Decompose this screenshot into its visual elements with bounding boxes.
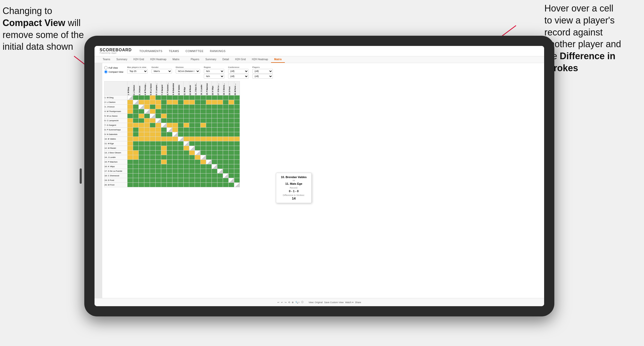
matrix-cell-9-17[interactable] bbox=[223, 137, 229, 141]
tab-h2h-heatmap-top[interactable]: H2H Heatmap bbox=[147, 56, 169, 63]
matrix-cell-14-15[interactable] bbox=[212, 160, 217, 164]
matrix-cell-7-1[interactable] bbox=[133, 128, 139, 132]
matrix-cell-8-14[interactable] bbox=[206, 132, 212, 137]
matrix-cell-2-17[interactable] bbox=[223, 105, 229, 109]
matrix-cell-8-6[interactable] bbox=[161, 132, 167, 137]
matrix-cell-12-2[interactable] bbox=[139, 151, 144, 155]
matrix-cell-7-9[interactable] bbox=[178, 128, 184, 132]
matrix-cell-13-16[interactable] bbox=[217, 155, 223, 160]
matrix-cell-18-15[interactable] bbox=[212, 178, 217, 183]
matrix-cell-2-2[interactable] bbox=[139, 105, 144, 109]
matrix-cell-18-7[interactable] bbox=[167, 178, 172, 183]
matrix-cell-4-8[interactable] bbox=[172, 114, 178, 118]
matrix-cell-11-8[interactable] bbox=[172, 146, 178, 151]
matrix-cell-3-8[interactable] bbox=[172, 109, 178, 114]
matrix-cell-10-16[interactable] bbox=[217, 141, 223, 146]
info-button[interactable]: ⓘ bbox=[301, 301, 303, 304]
compact-view-radio[interactable] bbox=[104, 70, 108, 73]
matrix-cell-6-14[interactable] bbox=[206, 123, 212, 128]
matrix-cell-17-16[interactable] bbox=[217, 174, 223, 178]
matrix-cell-13-3[interactable] bbox=[144, 155, 150, 160]
matrix-cell-6-18[interactable] bbox=[229, 123, 234, 128]
matrix-cell-3-9[interactable] bbox=[178, 109, 184, 114]
matrix-cell-18-1[interactable] bbox=[133, 178, 139, 183]
matrix-cell-1-7[interactable] bbox=[167, 100, 172, 105]
tab-summary-bottom[interactable]: Summary bbox=[202, 56, 219, 63]
matrix-cell-15-5[interactable] bbox=[156, 164, 161, 169]
matrix-cell-18-6[interactable] bbox=[161, 178, 167, 183]
matrix-cell-16-18[interactable] bbox=[229, 169, 234, 174]
matrix-cell-13-9[interactable] bbox=[178, 155, 184, 160]
matrix-cell-6-4[interactable] bbox=[150, 123, 156, 128]
matrix-cell-6-15[interactable] bbox=[212, 123, 217, 128]
matrix-cell-4-15[interactable] bbox=[212, 114, 217, 118]
matrix-cell-15-9[interactable] bbox=[178, 164, 184, 169]
matrix-cell-19-13[interactable] bbox=[201, 183, 206, 187]
matrix-cell-8-11[interactable] bbox=[189, 132, 195, 137]
matrix-cell-10-0[interactable] bbox=[127, 141, 133, 146]
matrix-cell-18-11[interactable] bbox=[189, 178, 195, 183]
matrix-cell-10-15[interactable] bbox=[212, 141, 217, 146]
matrix-cell-0-2[interactable] bbox=[139, 95, 144, 100]
matrix-cell-19-18[interactable] bbox=[229, 183, 234, 187]
matrix-cell-14-19[interactable] bbox=[234, 160, 240, 164]
matrix-cell-3-7[interactable] bbox=[167, 109, 172, 114]
matrix-cell-2-15[interactable] bbox=[212, 105, 217, 109]
matrix-cell-9-2[interactable] bbox=[139, 137, 144, 141]
matrix-cell-1-18[interactable] bbox=[229, 100, 234, 105]
matrix-cell-11-2[interactable] bbox=[139, 146, 144, 151]
matrix-cell-4-2[interactable] bbox=[139, 114, 144, 118]
matrix-cell-1-5[interactable] bbox=[156, 100, 161, 105]
matrix-cell-15-4[interactable] bbox=[150, 164, 156, 169]
matrix-cell-10-2[interactable] bbox=[139, 141, 144, 146]
matrix-cell-0-15[interactable] bbox=[212, 95, 217, 100]
matrix-cell-7-0[interactable] bbox=[127, 128, 133, 132]
matrix-cell-17-0[interactable] bbox=[127, 174, 133, 178]
matrix-cell-8-13[interactable] bbox=[201, 132, 206, 137]
matrix-cell-2-8[interactable] bbox=[172, 105, 178, 109]
matrix-cell-3-14[interactable] bbox=[206, 109, 212, 114]
max-players-select[interactable]: Top 25 bbox=[127, 69, 148, 73]
matrix-cell-12-1[interactable] bbox=[133, 151, 139, 155]
matrix-cell-10-5[interactable] bbox=[156, 141, 161, 146]
matrix-cell-2-18[interactable] bbox=[229, 105, 234, 109]
matrix-cell-14-1[interactable] bbox=[133, 160, 139, 164]
matrix-cell-5-11[interactable] bbox=[189, 118, 195, 123]
matrix-cell-1-17[interactable] bbox=[223, 100, 229, 105]
matrix-cell-3-13[interactable] bbox=[201, 109, 206, 114]
matrix-cell-18-13[interactable] bbox=[201, 178, 206, 183]
matrix-cell-1-1[interactable] bbox=[133, 100, 139, 105]
matrix-cell-11-6[interactable] bbox=[161, 146, 167, 151]
matrix-cell-5-9[interactable] bbox=[178, 118, 184, 123]
matrix-cell-3-0[interactable] bbox=[127, 109, 133, 114]
matrix-cell-5-12[interactable] bbox=[195, 118, 201, 123]
matrix-cell-2-9[interactable] bbox=[178, 105, 184, 109]
players-select-1[interactable]: (All) bbox=[252, 69, 273, 73]
matrix-cell-13-6[interactable] bbox=[161, 155, 167, 160]
matrix-cell-4-16[interactable] bbox=[217, 114, 223, 118]
matrix-cell-4-0[interactable] bbox=[127, 114, 133, 118]
matrix-cell-9-16[interactable] bbox=[217, 137, 223, 141]
matrix-cell-5-7[interactable] bbox=[167, 118, 172, 123]
matrix-cell-5-1[interactable] bbox=[133, 118, 139, 123]
matrix-cell-11-15[interactable] bbox=[212, 146, 217, 151]
matrix-cell-4-4[interactable] bbox=[150, 114, 156, 118]
matrix-cell-9-6[interactable] bbox=[161, 137, 167, 141]
matrix-cell-16-6[interactable] bbox=[161, 169, 167, 174]
matrix-cell-18-17[interactable] bbox=[223, 178, 229, 183]
matrix-cell-3-19[interactable] bbox=[234, 109, 240, 114]
matrix-cell-15-19[interactable] bbox=[234, 164, 240, 169]
matrix-cell-13-0[interactable] bbox=[127, 155, 133, 160]
matrix-cell-13-4[interactable] bbox=[150, 155, 156, 160]
matrix-cell-0-9[interactable] bbox=[178, 95, 184, 100]
matrix-cell-11-19[interactable] bbox=[234, 146, 240, 151]
matrix-cell-5-18[interactable] bbox=[229, 118, 234, 123]
matrix-cell-19-2[interactable] bbox=[139, 183, 144, 187]
players-select-2[interactable]: (All) bbox=[252, 74, 273, 79]
matrix-cell-11-14[interactable] bbox=[206, 146, 212, 151]
matrix-cell-13-7[interactable] bbox=[167, 155, 172, 160]
matrix-cell-6-5[interactable] bbox=[156, 123, 161, 128]
tab-matrix-bottom[interactable]: Matrix bbox=[271, 56, 285, 63]
matrix-cell-0-1[interactable] bbox=[133, 95, 139, 100]
redo-button[interactable]: ↪ bbox=[285, 301, 287, 304]
